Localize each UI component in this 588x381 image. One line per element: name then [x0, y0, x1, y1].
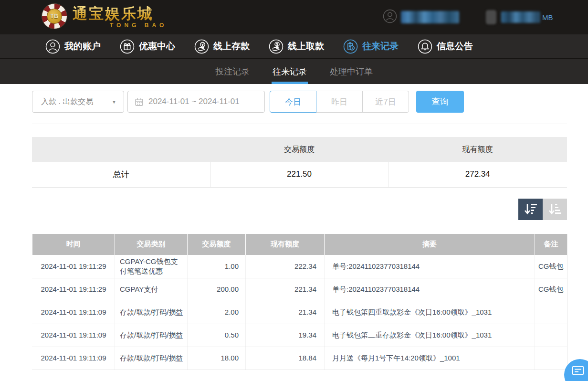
sort-ascending-icon: [548, 202, 562, 216]
nav-label: 线上存款: [213, 40, 250, 53]
cell-balance: 222.34: [246, 255, 325, 278]
nav-item-promotions[interactable]: 优惠中心: [120, 39, 175, 54]
cell-note: [535, 324, 567, 347]
tab-betting-records[interactable]: 投注记录: [214, 59, 251, 84]
table-row: 2024-11-01 19:11:29 CGPAY支付 200.00 221.3…: [32, 278, 567, 301]
cell-time: 2024-11-01 19:11:29: [32, 278, 115, 301]
summary-current-total: 272.34: [388, 162, 567, 187]
nav-item-transaction-records[interactable]: 往来记录: [343, 39, 399, 54]
date-range-input[interactable]: 2024-11-01 ~ 2024-11-01: [127, 91, 265, 113]
records-icon: [343, 39, 358, 54]
cell-summary: 电子钱包第二重存款彩金《次日16:00领取》_1031: [325, 324, 535, 347]
withdraw-icon: [269, 39, 284, 54]
sort-descending-button[interactable]: [518, 199, 543, 220]
nav-label: 往来记录: [362, 40, 399, 53]
cell-note: [535, 301, 567, 324]
redacted-wallet-icon: [486, 10, 496, 24]
poker-chip-icon: TB: [42, 4, 67, 29]
cell-time: 2024-11-01 19:11:09: [32, 301, 115, 324]
redacted-username: [401, 11, 459, 23]
nav-item-online-withdrawal[interactable]: 线上取款: [269, 39, 324, 54]
chat-card-icon: [572, 366, 584, 376]
deposit-icon: [194, 39, 209, 54]
cell-type: 存款/取款/打码/损益: [115, 347, 188, 370]
cell-summary: 单号:202411023770318144: [325, 255, 535, 278]
user-icon: [45, 39, 60, 54]
nav-label: 优惠中心: [139, 40, 175, 53]
user-avatar-icon: [383, 9, 397, 25]
cell-balance: 221.34: [246, 278, 325, 301]
sort-controls: [32, 199, 567, 220]
main-navigation: 我的账户 优惠中心 线上存款: [0, 34, 588, 59]
cell-summary: 电子钱包第四重取款彩金《次日16:00领取》_1031: [325, 301, 535, 324]
summary-total-row: 总计 221.50 272.34: [32, 162, 567, 187]
cell-type: CGPAY支付: [115, 278, 188, 301]
nav-item-my-account[interactable]: 我的账户: [45, 39, 101, 54]
quick-last7days-button[interactable]: 近7日: [362, 91, 409, 113]
redacted-balance: [501, 11, 540, 23]
cell-amount: 1.00: [188, 255, 246, 278]
cell-amount: 2.00: [188, 301, 246, 324]
cell-amount: 200.00: [188, 278, 246, 301]
col-header-note: 备注: [535, 234, 567, 255]
table-row: 2024-11-01 19:11:29 CGPAY-CG钱包支付笔笔送优惠 1.…: [32, 255, 567, 278]
cell-summary: 单号:202411023770318144: [325, 278, 535, 301]
search-button[interactable]: 查询: [416, 91, 464, 113]
cell-type: CGPAY-CG钱包支付笔笔送优惠: [115, 255, 188, 278]
calendar-icon: [135, 97, 144, 106]
cell-time: 2024-11-01 19:11:29: [32, 255, 115, 278]
cell-summary: 月月送《每月1号下午14:20领取》_1001: [325, 347, 535, 370]
tab-pending-orders[interactable]: 处理中订单: [329, 59, 374, 84]
page: TB 通宝娱乐城 TONG BAO MB 我的账户: [0, 0, 588, 381]
tab-transaction-records[interactable]: 往来记录: [272, 59, 308, 84]
sort-ascending-button[interactable]: [543, 199, 567, 220]
transaction-type-value: 入款 . 出款交易: [41, 97, 93, 107]
quick-today-button[interactable]: 今日: [270, 91, 316, 113]
customer-service-float-button[interactable]: [564, 359, 588, 381]
summary-header-empty: [32, 137, 210, 162]
col-header-amount: 交易额度: [188, 234, 246, 255]
chip-label: TB: [51, 13, 59, 20]
transaction-type-select[interactable]: 入款 . 出款交易 ▼: [32, 91, 124, 113]
nav-item-online-deposit[interactable]: 线上存款: [194, 39, 250, 54]
records-header-row: 时间 交易类别 交易额度 现有额度 摘要 备注: [32, 234, 567, 255]
filter-bar: 入款 . 出款交易 ▼ 2024-11-01 ~ 2024-11-01 今日 昨…: [32, 91, 567, 113]
nav-label: 线上取款: [288, 40, 324, 53]
table-row: 2024-11-01 19:11:09 存款/取款/打码/损益 2.00 21.…: [32, 301, 567, 324]
cell-balance: 21.34: [246, 301, 325, 324]
summary-total-label: 总计: [32, 162, 210, 187]
summary-header-current: 现有额度: [388, 137, 567, 162]
gift-icon: [120, 39, 135, 54]
table-row: 2024-11-01 19:11:09 存款/取款/打码/损益 18.00 18…: [32, 347, 567, 370]
table-row: 2024-11-01 19:11:09 存款/取款/打码/损益 0.50 19.…: [32, 324, 567, 347]
records-table: 时间 交易类别 交易额度 现有额度 摘要 备注 2024-11-01 19:11…: [32, 234, 567, 370]
summary-table: 交易额度 现有额度 总计 221.50 272.34: [32, 137, 567, 188]
balance-unit: MB: [542, 13, 553, 21]
cell-note: CG钱包: [535, 255, 567, 278]
chevron-down-icon: ▼: [112, 99, 116, 105]
cell-type: 存款/取款/打码/损益: [115, 301, 188, 324]
col-header-type: 交易类别: [115, 234, 188, 255]
summary-transaction-total: 221.50: [210, 162, 388, 187]
quick-date-group: 今日 昨日 近7日: [270, 91, 409, 113]
sort-descending-icon: [524, 202, 538, 216]
cell-time: 2024-11-01 19:11:09: [32, 347, 115, 370]
cell-time: 2024-11-01 19:11:09: [32, 324, 115, 347]
col-header-time: 时间: [32, 234, 115, 255]
cell-amount: 0.50: [188, 324, 246, 347]
top-header: TB 通宝娱乐城 TONG BAO MB: [0, 0, 588, 34]
cell-note: CG钱包: [535, 278, 567, 301]
nav-item-announcements[interactable]: 信息公告: [418, 39, 473, 54]
nav-label: 我的账户: [64, 40, 101, 53]
cell-note: [535, 347, 567, 370]
brand-logo[interactable]: TB 通宝娱乐城 TONG BAO: [42, 4, 167, 29]
quick-yesterday-button[interactable]: 昨日: [316, 91, 363, 113]
col-header-summary: 摘要: [325, 234, 535, 255]
cell-amount: 18.00: [188, 347, 246, 370]
bell-icon: [418, 39, 432, 54]
section-divider: [32, 124, 567, 124]
brand-name-en: TONG BAO: [110, 22, 167, 29]
content-area: 入款 . 出款交易 ▼ 2024-11-01 ~ 2024-11-01 今日 昨…: [32, 91, 567, 370]
cell-balance: 18.84: [246, 347, 325, 370]
user-info-area: MB: [383, 0, 553, 34]
